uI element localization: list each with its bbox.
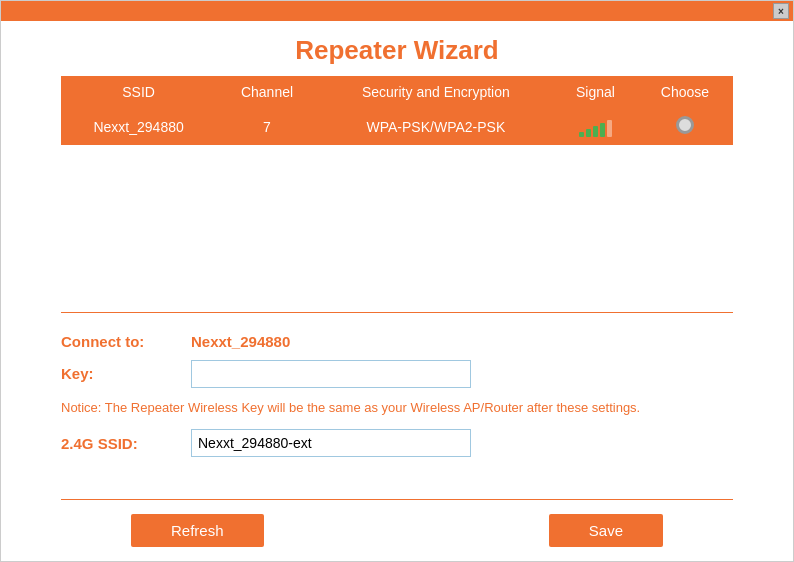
close-button[interactable]: × bbox=[773, 3, 789, 19]
button-row: Refresh Save bbox=[1, 500, 793, 561]
col-channel: Channel bbox=[216, 76, 318, 108]
col-signal: Signal bbox=[554, 76, 637, 108]
col-security: Security and Encryption bbox=[318, 76, 554, 108]
empty-area bbox=[1, 145, 793, 312]
save-button[interactable]: Save bbox=[549, 514, 663, 547]
network-table: SSID Channel Security and Encryption Sig… bbox=[61, 76, 733, 145]
connect-to-value: Nexxt_294880 bbox=[191, 333, 290, 350]
main-window: × Repeater Wizard SSID Channel Security … bbox=[0, 0, 794, 562]
cell-security: WPA-PSK/WPA2-PSK bbox=[318, 108, 554, 145]
cell-signal bbox=[554, 108, 637, 145]
connect-to-row: Connect to: Nexxt_294880 bbox=[61, 333, 733, 350]
page-title: Repeater Wizard bbox=[1, 21, 793, 76]
network-table-container: SSID Channel Security and Encryption Sig… bbox=[1, 76, 793, 145]
col-ssid: SSID bbox=[61, 76, 216, 108]
key-label: Key: bbox=[61, 365, 191, 382]
ssid-row: 2.4G SSID: bbox=[61, 429, 733, 457]
cell-choose[interactable] bbox=[637, 108, 733, 145]
key-input[interactable] bbox=[191, 360, 471, 388]
ssid-label: 2.4G SSID: bbox=[61, 435, 191, 452]
cell-ssid: Nexxt_294880 bbox=[61, 108, 216, 145]
connect-to-label: Connect to: bbox=[61, 333, 191, 350]
refresh-button[interactable]: Refresh bbox=[131, 514, 264, 547]
form-section: Connect to: Nexxt_294880 Key: Notice: Th… bbox=[1, 313, 793, 500]
title-bar: × bbox=[1, 1, 793, 21]
key-row: Key: bbox=[61, 360, 733, 388]
signal-bar-2 bbox=[586, 129, 591, 137]
cell-channel: 7 bbox=[216, 108, 318, 145]
table-row: Nexxt_294880 7 WPA-PSK/WPA2-PSK bbox=[61, 108, 733, 145]
signal-bar-3 bbox=[593, 126, 598, 137]
signal-bar-5 bbox=[607, 120, 612, 137]
choose-radio[interactable] bbox=[676, 116, 694, 134]
signal-bar-4 bbox=[600, 123, 605, 137]
ssid-input[interactable] bbox=[191, 429, 471, 457]
signal-bars bbox=[564, 117, 627, 137]
notice-text: Notice: The Repeater Wireless Key will b… bbox=[61, 398, 641, 418]
signal-bar-1 bbox=[579, 132, 584, 137]
col-choose: Choose bbox=[637, 76, 733, 108]
